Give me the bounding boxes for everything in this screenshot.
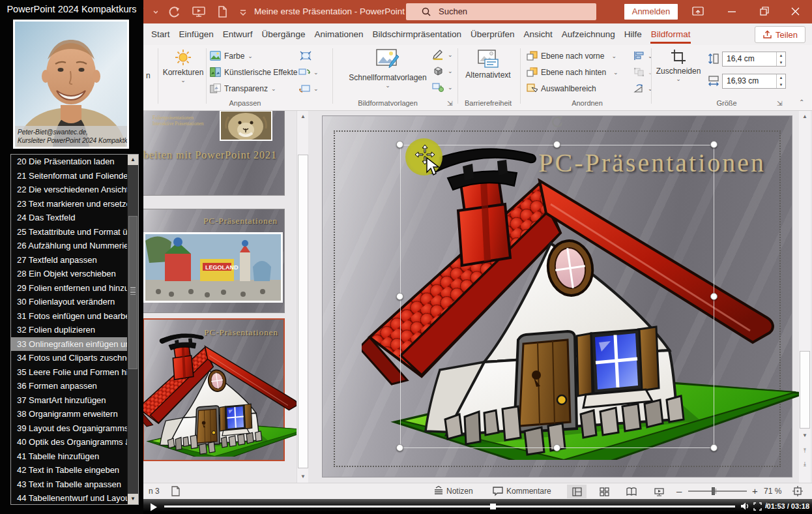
lesson-item[interactable]: 40 Optik des Organigramms änd <box>11 435 138 449</box>
tab-hilfe[interactable]: Hilfe <box>620 24 646 44</box>
selection-handle-mid-left[interactable] <box>396 293 403 300</box>
slide-scroll-down[interactable]: ▼ <box>800 430 810 441</box>
lesson-item[interactable]: 31 Fotos einfügen und bearbeite <box>11 309 138 324</box>
width-field[interactable]: 16,93 cm ▲▼ <box>722 74 786 89</box>
selection-handle-bottom-left[interactable] <box>396 444 403 451</box>
selection-handle-bottom-center[interactable] <box>553 444 560 451</box>
lesson-list-scrollbar[interactable]: ▲ ▼ <box>127 155 138 504</box>
comments-button[interactable]: Kommentare <box>506 483 551 499</box>
picture-border-button[interactable]: ⌄ <box>432 50 453 60</box>
kuenstlerische-effekte-button[interactable]: Künstlerische Effekte⌄ <box>210 67 306 77</box>
slide-thumbnail-3-selected[interactable]: PC-Präsentationen <box>143 318 285 461</box>
farbe-button[interactable]: Farbe⌄ <box>210 51 253 61</box>
ebene-nach-vorne-button[interactable]: Ebene nach vorne⌄ <box>527 51 616 61</box>
start-slideshow-button[interactable] <box>192 5 206 18</box>
slide-scroll-up[interactable]: ▲ <box>800 111 810 122</box>
rotation-handle[interactable] <box>550 115 564 132</box>
tab-aufzeichnung[interactable]: Aufzeichnung <box>557 24 620 44</box>
tab-bildschirmpräsentation[interactable]: Bildschirmpräsentation <box>368 24 466 44</box>
undo-button[interactable] <box>143 5 152 18</box>
change-picture-button[interactable]: ⌄ <box>298 67 319 77</box>
tab-start[interactable]: Start <box>147 24 175 44</box>
slide-thumbnail-2[interactable]: PC-Präsentationen LEGOLAND <box>143 209 285 313</box>
tab-animationen[interactable]: Animationen <box>310 24 368 44</box>
auswahlbereich-button[interactable]: Auswahlbereich <box>527 83 596 93</box>
lesson-item[interactable]: 33 Onlinegrafiken einfügen und <box>11 337 138 352</box>
lesson-item[interactable]: 43 Text in Tabelle anpassen <box>11 477 138 492</box>
sign-in-button[interactable]: Anmelden <box>624 4 678 20</box>
lesson-item[interactable]: 36 Formen anpassen <box>11 379 138 393</box>
lesson-item[interactable]: 20 Die Präsentation laden <box>11 155 138 169</box>
reading-view-button[interactable] <box>622 485 641 498</box>
reset-picture-button[interactable]: ⌄ <box>298 83 319 93</box>
height-field[interactable]: 16,4 cm ▲▼ <box>722 52 786 67</box>
redo-button[interactable] <box>167 5 181 18</box>
picture-layout-button[interactable]: ⌄ <box>432 82 453 93</box>
zuschneiden-button[interactable]: Zuschneiden ⌄ <box>654 49 703 82</box>
lesson-item[interactable]: 41 Tabelle hinzufügen <box>11 449 138 464</box>
zoom-in-button[interactable]: + <box>752 483 758 499</box>
lesson-item[interactable]: 24 Das Textfeld <box>11 211 138 225</box>
lesson-item[interactable]: 39 Layout des Organigramms än <box>11 421 138 436</box>
previous-slide-button[interactable]: ⤒ <box>800 446 810 457</box>
selection-handle-bottom-right[interactable] <box>710 444 718 451</box>
lesson-item[interactable]: 22 Die verschiedenen Ansichten <box>11 183 138 197</box>
lesson-item[interactable]: 44 Tabellenentwurf und Layout <box>11 491 138 505</box>
lesson-item[interactable]: 25 Textattribute und Format über <box>11 225 138 239</box>
height-spinner[interactable]: ▲▼ <box>776 52 785 66</box>
play-button[interactable] <box>150 502 158 514</box>
scroll-up-button[interactable]: ▲ <box>128 155 138 165</box>
lesson-item[interactable]: 29 Folien entfernen und hinzufüg <box>11 281 138 295</box>
width-spinner[interactable]: ▲▼ <box>776 74 785 88</box>
qat-customize-chevron[interactable] <box>239 5 253 18</box>
video-progress-thumb[interactable] <box>490 504 496 509</box>
normal-view-button[interactable] <box>567 485 587 498</box>
lesson-item[interactable]: 27 Textfeld anpassen <box>11 253 138 267</box>
ebene-nach-hinten-button[interactable]: Ebene nach hinten⌄ <box>527 67 618 77</box>
minimize-button[interactable] <box>722 5 742 18</box>
lesson-item[interactable]: 34 Fotos und Cliparts zuschneid <box>11 351 138 365</box>
thumb-scroll-up[interactable]: ▲ <box>298 111 308 122</box>
ribbon-display-options-button[interactable] <box>688 5 708 18</box>
rotate-objects-button[interactable]: ⌄ <box>633 83 653 93</box>
compress-picture-button[interactable] <box>300 51 312 61</box>
group-objects-button[interactable]: ⌄ <box>633 67 653 77</box>
video-progress-bar[interactable] <box>164 506 735 507</box>
selection-handle-mid-right[interactable] <box>710 293 718 300</box>
zoom-slider-track[interactable] <box>688 491 747 492</box>
scroll-thumb[interactable] <box>128 216 138 369</box>
slide-thumbnail-1[interactable]: FolienpräsentationenInteraktive Präsenta… <box>143 111 285 196</box>
thumb-scroll-thumb[interactable] <box>298 155 308 468</box>
selection-handle-top-right[interactable] <box>710 141 718 148</box>
search-box[interactable]: Suchen <box>406 3 596 20</box>
zoom-slider-thumb[interactable] <box>712 487 715 495</box>
new-file-button[interactable] <box>215 5 229 18</box>
schnellformatvorlagen-button[interactable]: Schnellformatvorlagen ⌄ <box>345 48 430 89</box>
lesson-item[interactable]: 30 Folienlayout verändern <box>11 295 138 309</box>
slideshow-view-button[interactable] <box>649 485 669 498</box>
lesson-item[interactable]: 35 Leere Folie und Formen hinzu <box>11 365 138 380</box>
transparenz-button[interactable]: Transparenz⌄ <box>210 83 276 93</box>
thumbnail-scrollbar[interactable]: ▲ ▼ <box>297 111 308 483</box>
slide-canvas[interactable]: PC-Präsentationen <box>323 116 792 477</box>
picture-effects-button[interactable]: ⌄ <box>432 66 453 76</box>
next-slide-button[interactable]: ⤓ <box>800 459 810 470</box>
lesson-item[interactable]: 32 Folien duplizieren <box>11 323 138 337</box>
lesson-item[interactable]: 37 SmartArt hinzufügen <box>11 393 138 408</box>
zoom-level[interactable]: 71 % <box>764 483 781 499</box>
share-button[interactable]: Teilen <box>755 26 805 43</box>
scroll-down-button[interactable]: ▼ <box>128 494 138 504</box>
zoom-out-button[interactable]: – <box>676 483 682 499</box>
slide-sorter-view-button[interactable] <box>594 485 614 498</box>
groesse-dialog-launcher[interactable]: ⇲ <box>777 100 782 107</box>
collapse-ribbon-button[interactable]: ⌃ <box>799 98 804 106</box>
tab-übergänge[interactable]: Übergänge <box>257 24 310 44</box>
tab-überprüfen[interactable]: Überprüfen <box>466 24 519 44</box>
lesson-item[interactable]: 28 Ein Objekt verschieben <box>11 267 138 281</box>
restore-button[interactable] <box>755 5 774 18</box>
lesson-item[interactable]: 38 Organigramm erweitern <box>11 407 138 421</box>
tab-einfügen[interactable]: Einfügen <box>175 24 218 44</box>
alternativtext-button[interactable]: Alternativtext <box>460 49 516 80</box>
notes-button[interactable]: Notizen <box>446 483 473 499</box>
lesson-item[interactable]: 26 Aufzählung und Nummerierun <box>11 239 138 253</box>
